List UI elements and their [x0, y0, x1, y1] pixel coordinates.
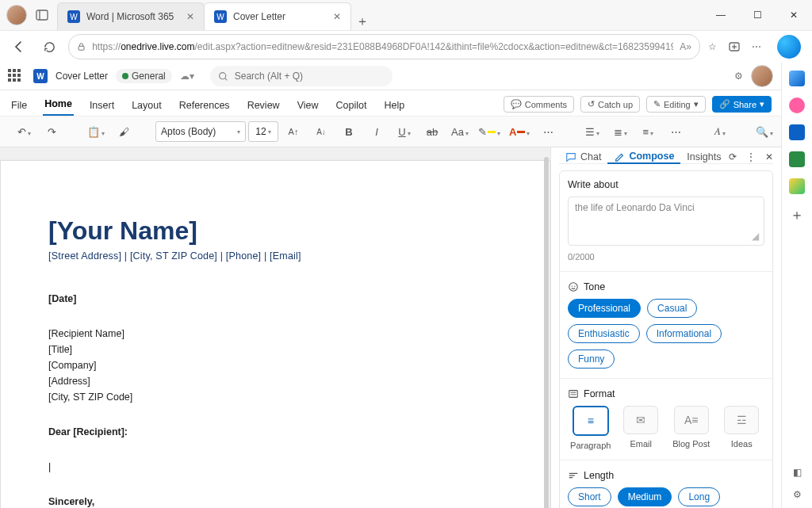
tab-help[interactable]: Help — [382, 95, 406, 116]
tone-funny[interactable]: Funny — [568, 349, 615, 369]
back-button[interactable] — [8, 36, 30, 58]
format-email[interactable]: ✉Email — [619, 406, 665, 450]
font-size-select[interactable]: 12▾ — [248, 121, 278, 142]
sidebar-toggle-icon[interactable]: ◧ — [793, 467, 802, 478]
content-row: W Cover Letter General ☁▾ Search (Alt + … — [0, 63, 812, 508]
tab-copilot[interactable]: Copilot — [335, 95, 369, 116]
bullets-button[interactable]: ☰ — [580, 121, 605, 142]
bing-chat-button[interactable] — [777, 35, 801, 59]
refresh-button[interactable] — [38, 36, 60, 58]
more-icon[interactable]: ⋮ — [746, 151, 756, 162]
change-case-button[interactable]: Aa — [447, 121, 473, 142]
teams-channel-chip[interactable]: General — [116, 69, 172, 83]
saved-icon[interactable]: ☁▾ — [180, 71, 194, 82]
bold-button[interactable]: B — [336, 121, 362, 142]
tab-review[interactable]: Review — [246, 95, 282, 116]
word-logo-icon: W — [33, 69, 48, 83]
settings-icon[interactable]: ⚙ — [734, 71, 743, 82]
app-launcher-icon[interactable] — [8, 69, 22, 83]
collections-icon[interactable] — [728, 40, 741, 53]
tab-compose[interactable]: Compose — [607, 150, 680, 164]
tell-me-search[interactable]: Search (Alt + Q) — [210, 66, 393, 86]
account-avatar[interactable] — [751, 65, 773, 87]
sidebar-settings-icon[interactable]: ⚙ — [793, 489, 802, 500]
browser-tab-word365[interactable]: W Word | Microsoft 365 ✕ — [57, 2, 205, 30]
address-bar[interactable]: https://onedrive.live.com/edit.aspx?acti… — [68, 34, 700, 59]
doc-closing: Sincerely, — [48, 496, 502, 507]
numbering-button[interactable]: ≣ — [607, 121, 633, 142]
find-button[interactable]: 🔍 — [752, 121, 777, 142]
read-aloud-icon[interactable]: A» — [680, 41, 691, 52]
document-title[interactable]: Cover Letter — [56, 71, 108, 82]
resize-handle-icon[interactable]: ◢ — [752, 231, 759, 242]
tab-references[interactable]: References — [178, 95, 232, 116]
minimize-button[interactable]: — — [703, 0, 739, 30]
comments-button[interactable]: 💬 Comments — [504, 96, 574, 113]
underline-button[interactable]: U — [392, 121, 417, 142]
italic-button[interactable]: I — [364, 121, 389, 142]
tone-informational[interactable]: Informational — [646, 324, 722, 343]
site-info-icon[interactable] — [77, 41, 86, 52]
format-blog[interactable]: A≡Blog Post — [668, 406, 714, 450]
font-color-button[interactable]: A — [506, 121, 533, 142]
tab-chat[interactable]: Chat — [559, 151, 607, 163]
svg-point-9 — [572, 285, 573, 286]
close-pane-icon[interactable]: ✕ — [765, 151, 773, 162]
sidebar-add-button[interactable]: ＋ — [790, 205, 804, 224]
tone-icon — [568, 281, 579, 292]
close-icon[interactable]: ✕ — [333, 11, 341, 22]
vertical-tabs-icon[interactable] — [35, 9, 49, 21]
refresh-icon[interactable]: ⟳ — [729, 151, 737, 162]
maximize-button[interactable]: ☐ — [739, 0, 776, 30]
tone-casual[interactable]: Casual — [647, 299, 697, 318]
more-font-button[interactable]: ⋯ — [535, 121, 561, 142]
tab-home[interactable]: Home — [43, 94, 74, 116]
align-button[interactable]: ≡ — [635, 121, 661, 142]
format-ideas[interactable]: ☲Ideas — [719, 406, 765, 450]
format-paragraph[interactable]: ≡Paragraph — [568, 406, 614, 450]
page[interactable]: Header [Your Name] [Street Address] | [C… — [0, 160, 550, 508]
new-tab-button[interactable]: ＋ — [350, 13, 374, 30]
sidebar-search-icon[interactable] — [789, 71, 805, 86]
sidebar-outlook-icon[interactable] — [789, 124, 805, 140]
scrollbar-thumb[interactable] — [544, 157, 549, 508]
redo-button[interactable]: ↷ — [39, 121, 64, 142]
catchup-button[interactable]: ↺ Catch up — [580, 96, 640, 113]
length-medium[interactable]: Medium — [618, 487, 672, 506]
editing-mode-button[interactable]: ✎ Editing ▾ — [646, 96, 706, 113]
document-canvas[interactable]: Header [Your Name] [Street Address] | [C… — [0, 147, 550, 508]
tone-professional[interactable]: Professional — [568, 299, 641, 318]
tab-view[interactable]: View — [296, 95, 320, 116]
tab-layout[interactable]: Layout — [130, 95, 163, 116]
tab-file[interactable]: File — [10, 95, 29, 116]
length-short[interactable]: Short — [568, 487, 611, 506]
sidebar-app-2-icon[interactable] — [789, 151, 805, 167]
close-window-button[interactable]: ✕ — [776, 0, 812, 30]
browser-tab-cover-letter[interactable]: W Cover Letter ✕ — [204, 2, 351, 30]
write-placeholder: the life of Leonardo Da Vinci — [575, 202, 695, 213]
font-family-select[interactable]: Aptos (Body)▾ — [155, 121, 246, 142]
length-long[interactable]: Long — [678, 487, 720, 506]
tone-enthusiastic[interactable]: Enthusiastic — [568, 324, 640, 343]
styles-button[interactable]: 𝐴 — [707, 121, 733, 142]
undo-button[interactable]: ↶ — [11, 121, 36, 142]
paste-button[interactable]: 📋 — [83, 121, 109, 142]
write-about-input[interactable]: the life of Leonardo Da Vinci ◢ — [568, 197, 764, 246]
favorites-icon[interactable]: ☆ — [708, 41, 717, 52]
highlight-color-button[interactable]: ✎ — [475, 121, 504, 142]
more-icon[interactable]: ⋯ — [752, 41, 761, 52]
profile-avatar[interactable] — [6, 5, 27, 25]
share-button[interactable]: 🔗 Share ▾ — [712, 96, 772, 113]
tab-insights[interactable]: Insights — [680, 151, 727, 163]
grow-font-button[interactable]: A↑ — [281, 121, 306, 142]
shrink-font-button[interactable]: A↓ — [308, 121, 334, 142]
format-painter-button[interactable]: 🖌 — [111, 121, 136, 142]
close-icon[interactable]: ✕ — [186, 11, 194, 22]
paragraph-options-button[interactable]: ⋯ — [663, 121, 688, 142]
sidebar-app-3-icon[interactable] — [789, 178, 805, 194]
url-path: /edit.aspx?action=editnew&resid=231E088B… — [195, 41, 674, 52]
tab-insert[interactable]: Insert — [88, 95, 116, 116]
sidebar-app-1-icon[interactable] — [789, 97, 805, 113]
text-cursor[interactable] — [48, 461, 502, 472]
strikethrough-button[interactable]: ab — [419, 121, 445, 142]
